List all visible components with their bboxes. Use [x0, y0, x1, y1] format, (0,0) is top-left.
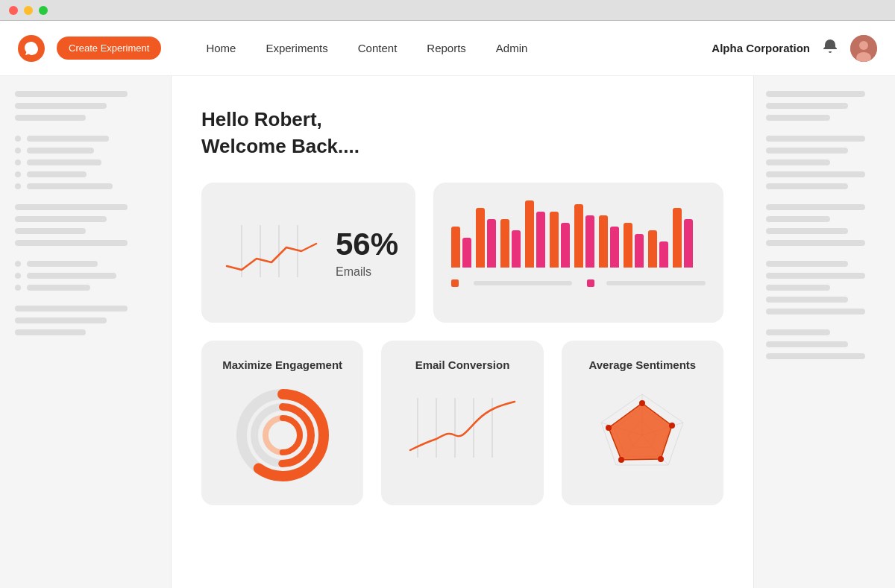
- greeting-text: Hello Robert, Welcome Back....: [201, 106, 723, 160]
- sidebar-group-4: [15, 261, 156, 291]
- sidebar-line: [15, 103, 107, 109]
- rs-line: [766, 148, 848, 154]
- stat-value: 56%: [336, 227, 398, 262]
- sidebar-line: [15, 91, 128, 97]
- stat-label: Emails: [336, 265, 398, 279]
- dot-icon: [15, 183, 21, 189]
- rs-line: [766, 341, 848, 347]
- sidebar-line: [15, 204, 128, 210]
- logo-icon: [18, 35, 45, 62]
- sidebar-item[interactable]: [15, 136, 156, 142]
- svg-point-28: [669, 423, 675, 429]
- sidebar-line: [15, 228, 86, 234]
- header: Create Experiment Home Experiments Conte…: [0, 21, 895, 76]
- bar-chart-area: [451, 200, 706, 274]
- sidebar-line: [15, 306, 128, 312]
- rs-line: [766, 204, 865, 210]
- sidebar-group-1: [15, 91, 156, 121]
- minimize-dot[interactable]: [24, 6, 33, 15]
- rs-line: [766, 171, 865, 177]
- sidebar-group-5: [15, 306, 156, 335]
- dot-icon: [15, 136, 21, 142]
- rs-group-3: [766, 204, 883, 246]
- rs-line: [766, 329, 830, 335]
- sidebar-item[interactable]: [15, 273, 156, 279]
- sparkline-chart: [219, 218, 324, 288]
- cards-row-2: Maximize Engagement: [201, 341, 723, 505]
- svg-marker-26: [609, 403, 672, 460]
- nav-item-admin[interactable]: Admin: [496, 42, 528, 54]
- emails-stat-card[interactable]: 56% Emails: [201, 183, 415, 323]
- main-nav: Home Experiments Content Reports Admin: [206, 42, 527, 54]
- sidebar-item[interactable]: [15, 261, 156, 267]
- sidebar-line: [15, 216, 107, 222]
- rs-line: [766, 216, 830, 222]
- sidebar-line: [15, 115, 86, 121]
- legend-color-orange: [451, 279, 459, 287]
- header-right: Alpha Corporation: [712, 35, 877, 62]
- bar-chart-card[interactable]: [433, 183, 723, 323]
- svg-point-1: [859, 41, 868, 50]
- sidebar-line: [15, 240, 128, 246]
- dot-icon: [15, 273, 21, 279]
- cards-row-1: 56% Emails: [201, 183, 723, 323]
- rs-line: [766, 183, 848, 189]
- rs-line: [766, 115, 830, 121]
- rs-group-2: [766, 136, 883, 189]
- sidebar-item[interactable]: [15, 285, 156, 291]
- window-chrome: [0, 0, 895, 21]
- sidebar-item[interactable]: [15, 159, 156, 165]
- email-conversion-card-title: Email Conversion: [399, 358, 525, 371]
- email-stat-content: 56% Emails: [219, 200, 398, 305]
- close-dot[interactable]: [9, 6, 18, 15]
- svg-point-31: [606, 425, 612, 431]
- email-conversion-card[interactable]: Email Conversion: [381, 341, 543, 505]
- sidebar-group-3: [15, 204, 156, 246]
- rs-line: [766, 136, 865, 142]
- create-experiment-button[interactable]: Create Experiment: [57, 37, 161, 60]
- rs-line: [766, 91, 865, 97]
- sidebar-line: [15, 329, 86, 335]
- header-left: Create Experiment: [18, 35, 161, 62]
- email-stat-text: 56% Emails: [336, 227, 398, 279]
- nav-item-reports[interactable]: Reports: [427, 42, 466, 54]
- left-sidebar: [0, 76, 172, 588]
- sidebar-line: [15, 317, 107, 323]
- nav-item-experiments[interactable]: Experiments: [266, 42, 327, 54]
- legend-color-pink: [587, 279, 594, 287]
- notification-bell-icon[interactable]: [822, 38, 838, 58]
- rs-line: [766, 228, 848, 234]
- nav-item-content[interactable]: Content: [358, 42, 398, 54]
- rs-line: [766, 285, 830, 291]
- svg-point-30: [618, 457, 624, 463]
- engagement-card-title: Maximize Engagement: [219, 358, 345, 371]
- rs-group-1: [766, 91, 883, 121]
- dot-icon: [15, 261, 21, 267]
- rs-group-5: [766, 329, 883, 359]
- svg-point-29: [658, 456, 664, 462]
- rs-line: [766, 159, 830, 165]
- sentiments-card[interactable]: Average Sentiments: [562, 341, 723, 505]
- rs-group-4: [766, 261, 883, 314]
- rs-line: [766, 273, 865, 279]
- radar-chart-area: [580, 383, 706, 487]
- nav-item-home[interactable]: Home: [206, 42, 236, 54]
- rs-line: [766, 353, 865, 359]
- company-name: Alpha Corporation: [712, 42, 810, 54]
- app: Create Experiment Home Experiments Conte…: [0, 21, 895, 588]
- donut-chart-area: [219, 383, 345, 487]
- sentiments-card-title: Average Sentiments: [580, 358, 706, 371]
- bar-chart-legend: [451, 279, 706, 287]
- sidebar-item[interactable]: [15, 148, 156, 154]
- rs-line: [766, 261, 848, 267]
- rs-line: [766, 240, 865, 246]
- rs-line: [766, 103, 848, 109]
- engagement-card[interactable]: Maximize Engagement: [201, 341, 363, 505]
- avatar[interactable]: [850, 35, 877, 62]
- sidebar-item[interactable]: [15, 171, 156, 177]
- sidebar-item[interactable]: [15, 183, 156, 189]
- main-content: Hello Robert, Welcome Back....: [172, 76, 753, 588]
- body: Hello Robert, Welcome Back....: [0, 76, 895, 588]
- maximize-dot[interactable]: [39, 6, 48, 15]
- conversion-chart-area: [399, 383, 525, 487]
